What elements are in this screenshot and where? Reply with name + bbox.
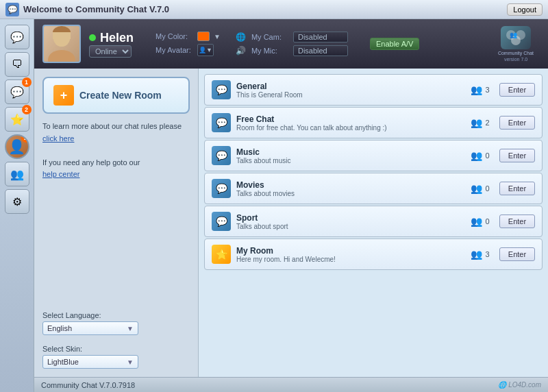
create-room-icon: + [53, 85, 74, 106]
room-icon: 💬 [212, 179, 231, 198]
svg-text:👥: 👥 [510, 31, 518, 39]
enter-room-button[interactable]: Enter [499, 116, 535, 130]
room-name: Music [236, 147, 461, 157]
profile-name: Helen [89, 31, 134, 45]
mic-row: 🔊 My Mic: Disabled [236, 45, 348, 56]
people-icon: 👥 [471, 249, 482, 260]
room-icon: 💬 [212, 146, 231, 165]
room-item[interactable]: 💬SportTalks about sport👥0Enter [204, 206, 543, 237]
room-desc: Here my room. Hi and Welecme! [236, 256, 461, 263]
room-item[interactable]: ⭐My RoomHere my room. Hi and Welecme!👥3E… [204, 238, 543, 270]
enter-room-button[interactable]: Enter [499, 215, 535, 228]
room-icon: 💬 [212, 212, 231, 231]
title-text: Welcome to Community Chat V.7.0 [23, 4, 169, 14]
room-name: My Room [236, 246, 461, 256]
sidebar-item-notifications[interactable]: 💬 1 [5, 79, 29, 104]
logo-text: Community Chat [498, 51, 534, 56]
rules-link[interactable]: click here [42, 134, 74, 143]
sidebar-item-messages[interactable]: 🗨 [5, 52, 29, 77]
help-link[interactable]: help center [42, 170, 79, 178]
color-swatch[interactable] [197, 32, 210, 41]
room-item[interactable]: 💬Free ChatRoom for free chat. You can ta… [204, 107, 543, 138]
room-desc: Talks about sport [236, 223, 461, 230]
community-logo: 👥 Community Chat version 7.0 [492, 23, 540, 64]
svg-point-1 [48, 50, 75, 62]
people-icon: 👥 [471, 84, 482, 95]
language-label: Select Language: [42, 311, 190, 319]
room-desc: Room for free chat. You can talk about a… [236, 124, 461, 132]
sidebar-item-user[interactable]: 👤 2 [5, 134, 29, 159]
enter-room-button[interactable]: Enter [499, 149, 535, 162]
mic-value: Disabled [293, 45, 348, 56]
sidebar-item-contacts[interactable]: 👥 [5, 162, 29, 186]
logout-button[interactable]: Logout [507, 3, 543, 16]
room-name: General [236, 82, 461, 91]
room-desc: This is General Room [236, 91, 461, 99]
room-info: SportTalks about sport [236, 213, 461, 230]
room-count: 👥0 [466, 216, 494, 227]
color-dropdown-arrow[interactable]: ▼ [214, 33, 221, 40]
room-desc: Talks about movies [236, 190, 461, 197]
status-dropdown[interactable]: Online Away Busy [89, 45, 132, 58]
room-info: GeneralThis is General Room [236, 82, 461, 99]
notification-badge: 1 [22, 77, 32, 87]
room-icon: ⭐ [212, 245, 231, 264]
room-name: Sport [236, 213, 461, 223]
profile-name-area: Helen Online Away Busy [89, 31, 134, 58]
room-count: 👥3 [466, 249, 494, 260]
room-info: Free ChatRoom for free chat. You can tal… [236, 114, 461, 132]
room-item[interactable]: 💬MoviesTalks about movies👥0Enter [204, 173, 543, 204]
cam-mic-controls: 🌐 My Cam: Disabled 🔊 My Mic: Disabled [236, 32, 348, 56]
people-icon: 👥 [471, 150, 482, 161]
enter-room-button[interactable]: Enter [499, 247, 535, 261]
favorites-badge: 2 [22, 105, 32, 114]
status-bar: Community Chat V.7.0.7918 🌐 LO4D.com [34, 377, 548, 392]
room-list: 💬GeneralThis is General Room👥3Enter💬Free… [199, 69, 548, 377]
left-panel: + Create New Room To learn more about ou… [34, 69, 199, 377]
room-icon: 💬 [212, 80, 231, 99]
user-avatar [42, 25, 81, 63]
content-area: + Create New Room To learn more about ou… [34, 69, 548, 377]
room-icon: 💬 [212, 113, 231, 132]
language-select[interactable]: English ▼ [42, 321, 138, 335]
sidebar-item-settings[interactable]: ⚙ [5, 189, 29, 214]
profile-controls: My Color: ▼ My Avatar: 👤▼ [155, 32, 221, 56]
avatar-row: My Avatar: 👤▼ [155, 44, 221, 56]
skin-label: Select Skin: [42, 345, 190, 353]
create-room-button[interactable]: + Create New Room [42, 77, 190, 114]
room-info: My RoomHere my room. Hi and Welecme! [236, 246, 461, 263]
avatar-select[interactable]: 👤▼ [197, 44, 214, 56]
enter-room-button[interactable]: Enter [499, 182, 535, 195]
room-count: 👥3 [466, 84, 494, 95]
room-count: 👥2 [466, 117, 494, 128]
language-section: Select Language: English ▼ Select Skin: … [42, 311, 190, 369]
title-bar: 💬 Welcome to Community Chat V.7.0 Logout [0, 0, 548, 19]
profile-bar: Helen Online Away Busy My Color: ▼ My Av… [34, 19, 548, 69]
people-icon: 👥 [471, 117, 482, 128]
main-container: 💬 🗨 💬 1 ⭐ 2 👤 2 👥 ⚙ [0, 19, 548, 392]
sidebar-item-favorites[interactable]: ⭐ 2 [5, 107, 29, 132]
online-indicator [89, 34, 96, 41]
status-text: Community Chat V.7.0.7918 [41, 381, 135, 389]
room-count: 👥0 [466, 150, 494, 161]
skin-select[interactable]: LightBlue ▼ [42, 355, 138, 369]
sidebar-item-chat[interactable]: 💬 [5, 25, 29, 49]
room-name: Free Chat [236, 114, 461, 124]
enter-room-button[interactable]: Enter [499, 83, 535, 97]
room-item[interactable]: 💬GeneralThis is General Room👥3Enter [204, 74, 543, 106]
enable-av-button[interactable]: Enable A/V [370, 38, 419, 50]
watermark: 🌐 LO4D.com [498, 381, 541, 389]
logo-version: version 7.0 [504, 57, 527, 62]
svg-rect-4 [53, 32, 71, 39]
sidebar: 💬 🗨 💬 1 ⭐ 2 👤 2 👥 ⚙ [0, 19, 34, 392]
title-bar-left: 💬 Welcome to Community Chat V.7.0 [5, 3, 169, 16]
room-item[interactable]: 💬MusicTalks about music👥0Enter [204, 140, 543, 171]
room-info: MoviesTalks about movies [236, 180, 461, 197]
people-icon: 👥 [471, 216, 482, 227]
room-name: Movies [236, 180, 461, 190]
logo-icon: 👥 [501, 26, 531, 49]
cam-row: 🌐 My Cam: Disabled [236, 32, 348, 42]
room-info: MusicTalks about music [236, 147, 461, 164]
content: Helen Online Away Busy My Color: ▼ My Av… [34, 19, 548, 392]
app-icon: 💬 [5, 3, 19, 16]
